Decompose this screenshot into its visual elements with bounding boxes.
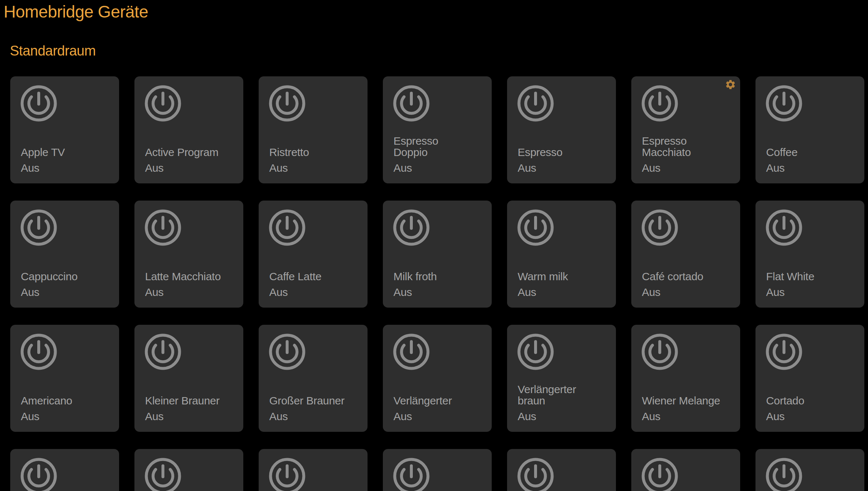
device-status: Aus <box>269 162 357 174</box>
device-name: Ristretto <box>269 146 357 158</box>
power-icon <box>642 334 678 370</box>
device-tile[interactable]: Latte Macchiato Aus <box>134 201 243 308</box>
device-tile[interactable]: Caffe Latte Aus <box>259 201 368 308</box>
device-status: Aus <box>518 286 606 298</box>
device-status: Aus <box>145 286 233 298</box>
settings-icon[interactable] <box>725 79 736 90</box>
device-name: Kleiner Brauner <box>145 395 233 406</box>
device-name: Flat White <box>766 271 854 282</box>
device-status: Aus <box>766 286 854 298</box>
device-name: Latte Macchiato <box>145 271 233 282</box>
device-tile[interactable]: Wiener Melange Aus <box>631 325 740 432</box>
device-label-block: Cortado Aus <box>766 395 854 422</box>
power-icon <box>517 85 554 122</box>
device-name: Café cortado <box>642 271 730 282</box>
device-tile[interactable]: Espresso Doppio Aus <box>383 76 492 183</box>
device-label-block: Espresso Macchiato Aus <box>642 135 730 174</box>
power-icon <box>20 334 57 370</box>
page-title: Homebridge Geräte <box>4 1 148 23</box>
device-tile[interactable]: Espresso Macchiato Aus <box>631 76 740 183</box>
device-label-block: Verlängerter braun Aus <box>518 384 606 422</box>
device-tile[interactable]: Active Program Aus <box>134 76 243 183</box>
device-tile[interactable]: Apple TV Aus <box>10 76 119 183</box>
device-tile[interactable] <box>631 449 740 491</box>
device-label-block: Großer Brauner Aus <box>269 395 357 422</box>
device-tile[interactable] <box>134 449 243 491</box>
device-status: Aus <box>21 162 109 174</box>
device-label-block: Milk froth Aus <box>393 271 481 298</box>
power-icon <box>766 334 802 370</box>
device-label-block: Latte Macchiato Aus <box>145 271 233 298</box>
device-status: Aus <box>145 411 233 422</box>
power-icon <box>642 458 678 491</box>
power-icon <box>517 209 554 246</box>
device-tile[interactable]: Verlängerter braun Aus <box>507 325 616 432</box>
device-label-block: Flat White Aus <box>766 271 854 298</box>
device-tile[interactable] <box>507 449 616 491</box>
power-icon <box>20 85 57 122</box>
device-label-block: Coffee Aus <box>766 146 854 174</box>
power-icon <box>20 458 57 491</box>
device-label-block: Wiener Melange Aus <box>642 395 730 422</box>
device-label-block: Cappuccino Aus <box>21 271 109 298</box>
device-status: Aus <box>21 411 109 422</box>
device-tile[interactable]: Café cortado Aus <box>631 201 740 308</box>
device-tile[interactable]: Flat White Aus <box>755 201 864 308</box>
device-name: Verlängerter braun <box>518 384 606 406</box>
device-tile[interactable]: Warm milk Aus <box>507 201 616 308</box>
device-name: Milk froth <box>393 271 481 282</box>
device-name: Espresso Doppio <box>393 135 481 158</box>
power-icon <box>393 458 430 491</box>
device-status: Aus <box>766 411 854 422</box>
device-name: Active Program <box>145 146 233 158</box>
device-name: Cortado <box>766 395 854 406</box>
power-icon <box>393 85 430 122</box>
device-label-block: Kleiner Brauner Aus <box>145 395 233 422</box>
power-icon <box>393 334 430 370</box>
device-tile[interactable] <box>10 449 119 491</box>
device-tile[interactable]: Verlängerter Aus <box>383 325 492 432</box>
device-tile[interactable] <box>383 449 492 491</box>
device-name: Verlängerter <box>393 395 481 406</box>
device-status: Aus <box>269 411 357 422</box>
device-tile[interactable] <box>755 449 864 491</box>
device-tile[interactable] <box>259 449 368 491</box>
power-icon <box>517 458 554 491</box>
device-label-block: Espresso Doppio Aus <box>393 135 481 174</box>
power-icon <box>269 209 305 246</box>
device-name: Warm milk <box>518 271 606 282</box>
device-label-block: Americano Aus <box>21 395 109 422</box>
device-label-block: Ristretto Aus <box>269 146 357 174</box>
device-tile[interactable]: Espresso Aus <box>507 76 616 183</box>
device-status: Aus <box>145 162 233 174</box>
power-icon <box>145 85 181 122</box>
device-tile[interactable]: Kleiner Brauner Aus <box>134 325 243 432</box>
device-status: Aus <box>766 162 854 174</box>
device-status: Aus <box>642 162 730 174</box>
device-label-block: Café cortado Aus <box>642 271 730 298</box>
room-title: Standardraum <box>10 42 96 60</box>
device-tile[interactable]: Großer Brauner Aus <box>259 325 368 432</box>
device-label-block: Caffe Latte Aus <box>269 271 357 298</box>
device-tile[interactable]: Cortado Aus <box>755 325 864 432</box>
device-tile[interactable]: Coffee Aus <box>755 76 864 183</box>
device-name: Coffee <box>766 146 854 158</box>
device-label-block: Active Program Aus <box>145 146 233 174</box>
device-status: Aus <box>269 286 357 298</box>
device-label-block: Verlängerter Aus <box>393 395 481 422</box>
device-name: Apple TV <box>21 146 109 158</box>
power-icon <box>20 209 57 246</box>
device-label-block: Apple TV Aus <box>21 146 109 174</box>
device-tile[interactable]: Milk froth Aus <box>383 201 492 308</box>
power-icon <box>766 85 802 122</box>
power-icon <box>766 458 802 491</box>
device-tile[interactable]: Americano Aus <box>10 325 119 432</box>
device-status: Aus <box>642 286 730 298</box>
device-tile[interactable]: Ristretto Aus <box>259 76 368 183</box>
power-icon <box>766 209 802 246</box>
power-icon <box>269 334 305 370</box>
device-name: Wiener Melange <box>642 395 730 406</box>
power-icon <box>269 85 305 122</box>
device-tile[interactable]: Cappuccino Aus <box>10 201 119 308</box>
power-icon <box>145 209 181 246</box>
